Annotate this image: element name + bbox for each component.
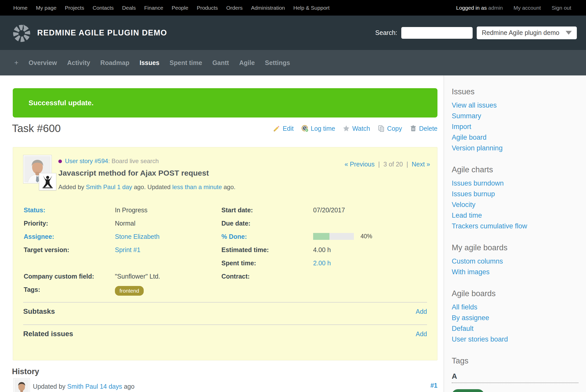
author-avatar bbox=[39, 173, 56, 190]
attr-label-spent-time: Spent time: bbox=[221, 259, 313, 267]
sidebar-list-item: View all issues bbox=[452, 100, 578, 111]
sidebar-link-default[interactable]: Default bbox=[452, 325, 474, 332]
sidebar-link-issues-burndown[interactable]: Issues burndown bbox=[452, 179, 504, 187]
watch-label: Watch bbox=[352, 125, 370, 132]
sidebar-list-item: By assignee bbox=[452, 313, 578, 324]
topbar-item-orders[interactable]: Orders bbox=[226, 5, 243, 11]
project-tab-bar: +OverviewActivityRoadmapIssuesSpent time… bbox=[0, 50, 586, 75]
copy-icon bbox=[378, 125, 385, 132]
attr-label-contract: Contract: bbox=[221, 273, 313, 280]
sidebar-link-with-images[interactable]: With images bbox=[452, 268, 490, 276]
edit-button[interactable]: Edit bbox=[273, 125, 294, 132]
attr-link-2-00-h[interactable]: 2.00 h bbox=[313, 259, 331, 267]
tag-badge-frontend[interactable]: frontend bbox=[115, 286, 144, 296]
tab-gantt[interactable]: Gantt bbox=[212, 59, 229, 67]
updated-time-link[interactable]: less than a minute bbox=[172, 184, 222, 190]
sidebar-link-agile-board[interactable]: Agile board bbox=[452, 134, 487, 141]
tab-settings[interactable]: Settings bbox=[265, 59, 290, 67]
sign-out-link[interactable]: Sign out bbox=[552, 5, 571, 11]
project-select[interactable]: Redmine Agile plugin demo bbox=[477, 27, 577, 39]
next-issue-link[interactable]: Next » bbox=[412, 161, 430, 168]
sidebar-links-agile-boards: All fieldsBy assigneeDefaultUser stories… bbox=[452, 302, 578, 345]
delete-label: Delete bbox=[419, 125, 437, 132]
delete-button[interactable]: Delete bbox=[410, 125, 437, 132]
attr-label-due-date: Due date: bbox=[221, 220, 313, 227]
topbar-item-products[interactable]: Products bbox=[197, 5, 218, 11]
history-section: History Updated by Smith Paul 14 days ag… bbox=[12, 367, 437, 392]
sidebar-link-version-planning[interactable]: Version planning bbox=[452, 144, 503, 152]
log-time-label: Log time bbox=[311, 125, 335, 132]
sidebar-link-view-all-issues[interactable]: View all issues bbox=[452, 101, 497, 109]
history-author-link[interactable]: Smith Paul bbox=[67, 383, 98, 390]
sidebar-link-by-assignee[interactable]: By assignee bbox=[452, 314, 489, 322]
added-time-link[interactable]: 1 day bbox=[117, 184, 132, 190]
sidebar-link-all-fields[interactable]: All fields bbox=[452, 303, 477, 311]
issue-meta-line: Added by Smith Paul 1 day ago. Updated l… bbox=[58, 184, 317, 191]
tab-activity[interactable]: Activity bbox=[67, 59, 90, 67]
sidebar-list-item: User stories board bbox=[452, 334, 578, 345]
sidebar-list-item: Velocity bbox=[452, 200, 578, 211]
pagination-separator: | bbox=[378, 161, 380, 168]
topbar-item-contacts[interactable]: Contacts bbox=[92, 5, 114, 11]
sidebar-link-custom-columns[interactable]: Custom columns bbox=[452, 257, 503, 265]
edit-label: Edit bbox=[283, 125, 294, 132]
topbar-item-projects[interactable]: Projects bbox=[65, 5, 84, 11]
history-note-number-link[interactable]: #1 bbox=[430, 382, 437, 389]
log-time-button[interactable]: Log time bbox=[301, 125, 335, 132]
tag-badge-agile[interactable]: agile (4) bbox=[452, 389, 484, 392]
sidebar-link-lead-time[interactable]: Lead time bbox=[452, 212, 482, 219]
attr-value-start-date: 07/20/2017 bbox=[313, 206, 430, 214]
watch-button[interactable]: Watch bbox=[343, 125, 370, 132]
sidebar-list-item: Issues burndown bbox=[452, 178, 578, 189]
tab-overview[interactable]: Overview bbox=[29, 59, 57, 67]
sidebar-link-velocity[interactable]: Velocity bbox=[452, 201, 475, 208]
topbar-item-home[interactable]: Home bbox=[13, 5, 28, 11]
previous-issue-link[interactable]: « Previous bbox=[344, 161, 375, 168]
sidebar: IssuesView all issuesSummaryImportAgile … bbox=[444, 75, 586, 392]
sidebar-list-item: Lead time bbox=[452, 211, 578, 221]
add-related-issue-link[interactable]: Add bbox=[416, 330, 427, 338]
topbar-item-deals[interactable]: Deals bbox=[122, 5, 136, 11]
topbar-item-people[interactable]: People bbox=[172, 5, 188, 11]
sidebar-link-trackers-cumulative-flow[interactable]: Trackers cumulative flow bbox=[452, 222, 527, 230]
progress-bar bbox=[313, 233, 354, 240]
sidebar-link-issues-burnup[interactable]: Issues burnup bbox=[452, 190, 495, 198]
sidebar-section-issues: IssuesView all issuesSummaryImportAgile … bbox=[452, 87, 578, 154]
section-divider bbox=[23, 324, 427, 325]
app-header: REDMINE AGILE PLUGIN DEMO Search: Redmin… bbox=[0, 16, 586, 50]
pagination-position: 3 of 20 bbox=[383, 161, 403, 168]
issue-details-box: User story #594: Board live search Javas… bbox=[13, 147, 437, 360]
clock-plus-icon bbox=[301, 125, 309, 132]
history-time-link[interactable]: 14 days bbox=[100, 383, 122, 390]
attr-link-stone-elizabeth[interactable]: Stone Elizabeth bbox=[115, 233, 159, 240]
related-issues-heading: Related issues bbox=[23, 330, 73, 338]
author-link[interactable]: Smith Paul bbox=[86, 184, 115, 190]
copy-button[interactable]: Copy bbox=[378, 125, 402, 132]
topbar-item-help-support[interactable]: Help & Support bbox=[293, 5, 329, 11]
sidebar-link-summary[interactable]: Summary bbox=[452, 112, 481, 120]
sidebar-link-user-stories-board[interactable]: User stories board bbox=[452, 335, 508, 343]
attr-label-tags: Tags: bbox=[24, 286, 115, 293]
star-icon bbox=[343, 125, 350, 132]
current-user-link[interactable]: admin bbox=[488, 5, 503, 11]
add-subtask-link[interactable]: Add bbox=[416, 308, 427, 315]
progress-percent-label: 40% bbox=[361, 233, 372, 240]
parent-issue-link[interactable]: User story #594 bbox=[65, 158, 108, 164]
tab-issues[interactable]: Issues bbox=[140, 59, 159, 67]
attr-link-sprint-1[interactable]: Sprint #1 bbox=[115, 246, 140, 253]
topbar-item-administration[interactable]: Administration bbox=[251, 5, 285, 11]
account-menu: Logged in as admin My account Sign out bbox=[456, 5, 571, 11]
topbar-item-finance[interactable]: Finance bbox=[144, 5, 163, 11]
my-account-link[interactable]: My account bbox=[514, 5, 541, 11]
sidebar-section-my-agile-boards: My agile boardsCustom columnsWith images bbox=[452, 243, 578, 278]
sidebar-list-item: Issues burnup bbox=[452, 189, 578, 200]
tab-spent-time[interactable]: Spent time bbox=[170, 59, 202, 67]
search-input[interactable] bbox=[401, 27, 473, 39]
search-area: Search: Redmine Agile plugin demo bbox=[375, 27, 577, 39]
tab-roadmap[interactable]: Roadmap bbox=[100, 59, 129, 67]
add-tab-button[interactable]: + bbox=[14, 59, 18, 67]
tab-agile[interactable]: Agile bbox=[239, 59, 255, 67]
sidebar-link-import[interactable]: Import bbox=[452, 123, 471, 130]
topbar-item-my-page[interactable]: My page bbox=[36, 5, 57, 11]
sidebar-section-agile-boards: Agile boardsAll fieldsBy assigneeDefault… bbox=[452, 289, 578, 345]
